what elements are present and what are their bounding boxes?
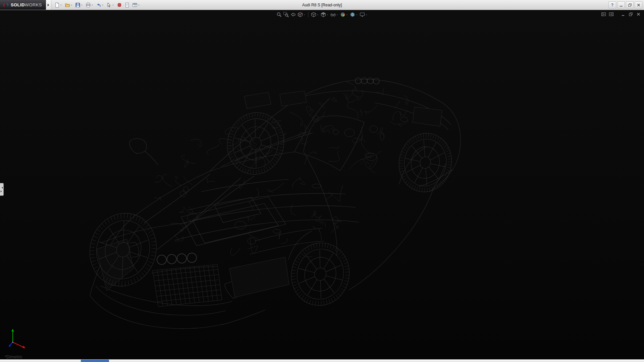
taskbar-active-item[interactable] [81,360,109,362]
document-window-controls [600,11,641,17]
select-button[interactable] [105,1,115,9]
minimize-icon [619,3,624,7]
open-icon [65,2,70,8]
heads-up-view-toolbar [276,11,368,18]
previous-view-icon [290,12,296,17]
new-icon [54,2,60,8]
caret-down-icon[interactable] [91,2,94,8]
pane-left-button[interactable] [600,11,606,17]
collapse-left-icon [1,187,3,189]
view-orientation-button[interactable] [311,11,320,18]
maximize-button[interactable] [626,1,634,8]
caret-down-icon[interactable] [138,2,140,8]
new-button[interactable] [53,1,63,9]
sheet-icon [124,2,130,8]
caret-down-icon[interactable] [70,2,73,8]
document-title: Audi R8 S [Read-only] [302,0,342,10]
hide-show-items-button[interactable] [330,11,339,18]
caret-down-icon[interactable] [112,2,114,8]
restore-doc-button[interactable] [628,11,634,17]
view-settings-icon [360,12,365,17]
caret-down-icon[interactable] [326,12,329,17]
options-button[interactable] [131,1,141,9]
display-style-icon [321,12,326,17]
apply-scene-icon [350,12,356,17]
pane-left-icon [601,12,606,17]
edit-appearance-icon [340,12,346,17]
help-button[interactable]: ? [608,1,616,8]
pane-right-icon [609,12,614,17]
caret-down-icon[interactable] [317,12,319,17]
minimize-button[interactable] [617,1,625,8]
sheet-button[interactable] [123,1,131,9]
triad-origin [12,342,13,343]
apply-scene-button[interactable] [350,11,359,18]
audi-rings-hood [355,78,379,84]
select-icon [106,2,112,8]
caret-down-icon[interactable] [60,2,62,8]
wireframe-model[interactable] [0,10,644,360]
zoom-to-fit-icon [276,12,282,17]
save-button[interactable] [74,1,84,9]
close-doc-button[interactable] [635,11,641,17]
undo-icon [96,2,101,8]
edit-appearance-button[interactable] [340,11,349,18]
caret-down-icon[interactable] [365,12,368,17]
zoom-to-area-button[interactable] [283,11,289,18]
close-icon [636,3,641,7]
expand-right-icon [1,190,3,192]
print-button[interactable] [85,1,95,9]
caret-down-icon[interactable] [336,12,339,17]
front-grille [153,264,222,307]
toolbar-separator [308,12,309,17]
caret-down-icon[interactable] [303,12,306,17]
axis-x [13,342,25,348]
zoom-to-area-icon [283,12,289,17]
view-settings-button[interactable] [359,11,368,18]
pane-right-button[interactable] [608,11,614,17]
taskbar-strip [0,359,644,362]
solidworks-logo: SOLIDWORKS [0,0,46,10]
feature-manager-collapse-tab[interactable] [0,183,4,196]
brand-text: SOLIDWORKS [11,2,42,7]
wheel-rear-right [393,128,457,197]
mechanical-detail-shapes [180,115,408,244]
chassis-detail-lines [154,81,409,257]
section-view-button[interactable] [297,11,306,18]
caret-down-icon[interactable] [346,12,348,17]
caret-down-icon[interactable] [80,2,83,8]
maximize-icon [628,3,632,7]
zoom-to-fit-button[interactable] [276,11,282,18]
car-body-lines [90,79,461,328]
appearance-button[interactable] [116,1,123,9]
print-icon [86,2,91,8]
close-button[interactable] [635,1,642,8]
caret-down-icon[interactable] [356,12,358,17]
reference-triad [7,327,29,351]
view-orientation-label: *Dimetric [5,354,22,359]
close-doc-icon [636,12,641,17]
appearance-icon [117,2,122,8]
previous-view-button[interactable] [290,11,297,18]
restore-doc-icon [628,12,633,17]
section-view-icon [298,12,303,17]
view-orientation-icon [311,12,317,17]
hide-show-items-icon [330,12,336,17]
open-button[interactable] [64,1,74,9]
wheel-front-right [284,236,357,312]
dassault-3ds-icon [2,2,9,8]
minimize-doc-icon [621,12,626,17]
save-icon [75,2,80,8]
wheel-rear-left [220,106,291,181]
title-bar: SOLIDWORKS Audi R8 S [Read-only] ? [0,0,644,10]
menu-expand-button[interactable] [46,0,51,10]
options-icon [132,2,138,8]
audi-rings-front [157,253,197,264]
undo-button[interactable] [95,1,105,9]
caret-down-icon[interactable] [101,2,104,8]
axis-z [9,342,13,347]
minimize-doc-button[interactable] [620,11,626,17]
display-style-button[interactable] [320,11,329,18]
main-toolbar [51,0,141,10]
graphics-area[interactable]: *Dimetric [0,10,644,360]
